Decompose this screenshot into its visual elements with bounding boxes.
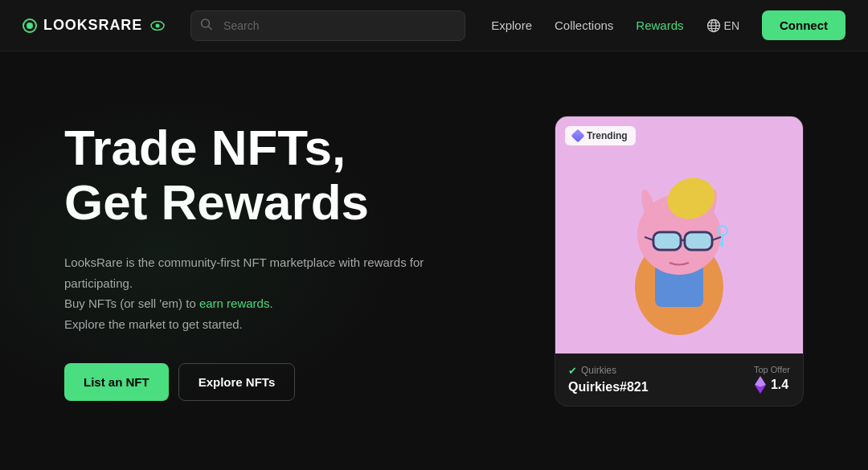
collection-name: Quirkies <box>581 365 616 376</box>
nft-image-container: Trending <box>555 116 803 354</box>
svg-rect-20 <box>686 234 710 248</box>
nft-card-wrapper: Trending <box>555 116 804 407</box>
nav-explore[interactable]: Explore <box>491 18 532 32</box>
hero-title-line1: Trade NFTs, <box>64 120 346 175</box>
nft-details: ✔ Quirkies Quirkies#821 <box>568 365 649 394</box>
price-label: Top Offer <box>754 365 790 374</box>
price-value: 1.4 <box>754 378 790 392</box>
nav-rewards[interactable]: Rewards <box>636 18 683 32</box>
eth-icon <box>754 378 767 391</box>
logo-icon <box>23 18 37 33</box>
hero-buttons: List an NFT Explore NFTs <box>64 363 466 401</box>
hero-desc-line2: Buy NFTs (or sell 'em) to <box>64 296 196 310</box>
nav-collections[interactable]: Collections <box>555 18 613 32</box>
hero-section: Trade NFTs, Get Rewards LooksRare is the… <box>64 121 466 401</box>
trending-badge: Trending <box>565 126 636 145</box>
main-content: Trade NFTs, Get Rewards LooksRare is the… <box>0 51 868 470</box>
nft-name: Quirkies#821 <box>568 380 649 394</box>
language-label: EN <box>724 19 739 32</box>
nft-price-section: Top Offer 1.4 <box>754 365 790 392</box>
language-selector[interactable]: EN <box>706 18 739 33</box>
nft-info: ✔ Quirkies Quirkies#821 Top Offer <box>555 354 803 406</box>
hero-desc-line1: LooksRare is the community-first NFT mar… <box>64 255 424 290</box>
trending-label: Trending <box>587 130 628 141</box>
nft-card[interactable]: Trending <box>555 116 804 407</box>
search-input[interactable] <box>190 10 465 41</box>
svg-line-3 <box>209 27 212 30</box>
nft-character-image <box>583 130 776 339</box>
logo: LOOKSRARE <box>23 17 165 34</box>
list-nft-button[interactable]: List an NFT <box>64 363 169 401</box>
connect-button[interactable]: Connect <box>762 10 845 40</box>
header: LOOKSRARE Explore Collections Rewards <box>0 0 868 51</box>
price-amount: 1.4 <box>771 378 788 392</box>
verified-icon: ✔ <box>568 365 577 377</box>
nft-collection: ✔ Quirkies <box>568 365 649 377</box>
explore-nfts-button[interactable]: Explore NFTs <box>178 363 296 401</box>
hero-title-line2: Get Rewards <box>64 174 369 230</box>
hero-description: LooksRare is the community-first NFT mar… <box>64 252 466 334</box>
diamond-icon <box>571 129 585 142</box>
globe-icon <box>706 18 721 33</box>
earn-rewards-link[interactable]: earn rewards. <box>199 296 273 310</box>
logo-text: LOOKSRARE <box>43 17 142 34</box>
logo-eye-icon <box>27 22 33 29</box>
nav: Explore Collections Rewards EN Connect <box>491 10 845 40</box>
hero-desc-line3: Explore the market to get started. <box>64 317 243 331</box>
svg-point-1 <box>156 23 160 27</box>
search-icon <box>200 18 213 33</box>
svg-rect-19 <box>655 234 679 248</box>
search-bar <box>190 10 465 41</box>
hero-title: Trade NFTs, Get Rewards <box>64 121 466 230</box>
eye-icon <box>150 21 165 31</box>
